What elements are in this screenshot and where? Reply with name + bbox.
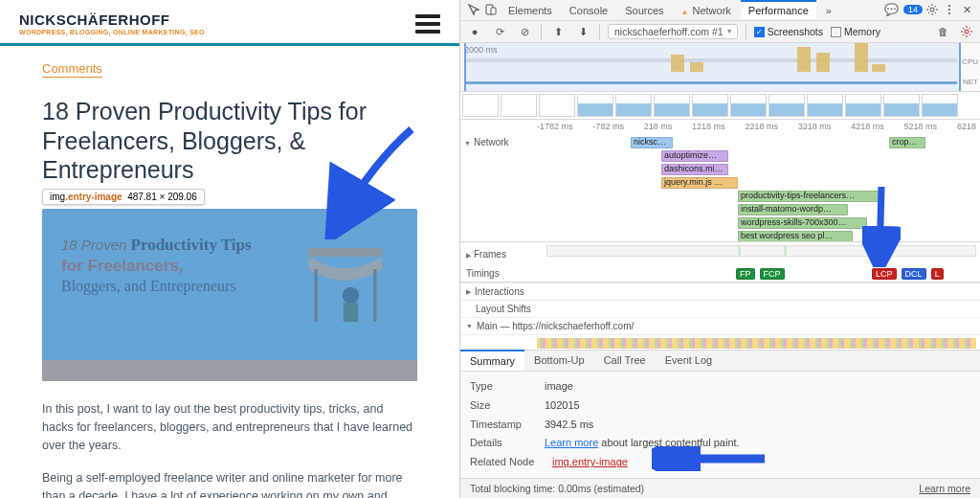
row-frames-label: ▶Frames [466,249,506,260]
net-bar[interactable]: jquery.min.js … [661,177,738,189]
main-thread-bar [460,334,980,350]
status-bar: Total blocking time: 0.00ms (estimated) … [460,478,980,498]
net-bar[interactable]: best wordpress seo pl… [738,231,853,242]
net-bar[interactable]: install-matomo-wordp… [738,204,848,215]
tab-bottom-up[interactable]: Bottom-Up [524,351,594,371]
capture-settings-icon[interactable] [959,24,974,39]
brand: NICKSCHÄFERHOFF WORDPRESS, BLOGGING, ONL… [19,11,205,35]
svg-point-3 [343,286,360,304]
device-toggle-icon[interactable] [483,2,499,17]
timing-fcp[interactable]: FCP [760,268,785,280]
hero-illustration-icon [293,238,398,343]
overview-cpu-label: CPU [962,57,978,66]
paragraph-1: In this post, I want to lay out the best… [42,400,417,456]
hamburger-icon[interactable] [415,14,440,34]
row-network-label: ▼Network [464,137,509,147]
issues-indicator[interactable]: 💬14 [884,3,923,16]
tab-more[interactable]: » [818,0,839,19]
svg-rect-0 [309,248,383,257]
tab-performance[interactable]: Performance [741,0,816,19]
settings-icon[interactable] [924,2,940,17]
tbt-text: Total blocking time: 0.00ms (estimated) [470,483,644,494]
svg-point-9 [948,9,950,11]
tab-console[interactable]: Console [562,0,615,19]
row-interactions[interactable]: ▶Interactions [460,283,980,300]
tab-event-log[interactable]: Event Log [656,351,723,371]
summary-body: Typeimage Size102015 Timestamp3942.5 ms … [460,372,980,478]
post-title: 18 Proven Productivity Tips for Freelanc… [42,97,417,185]
flame-chart[interactable]: -1782 ms -782 ms 218 ms 1218 ms 2218 ms … [460,120,980,242]
brand-tagline: WORDPRESS, BLOGGING, ONLINE MARKETING, S… [19,29,205,35]
paragraph-2: Being a self-employed freelance writer a… [42,469,417,498]
comments-link[interactable]: Comments [42,61,102,78]
row-timings-label: Timings [466,268,500,279]
load-profile-icon[interactable]: ⬆ [549,23,567,40]
gc-icon[interactable]: 🗑 [934,23,951,40]
record-icon[interactable]: ● [466,23,483,40]
filmstrip[interactable] [460,92,980,120]
net-bar[interactable]: productivity-tips-freelancers… [738,191,881,202]
net-bar[interactable]: crop… [889,137,925,148]
post-content: Comments 18 Proven Productivity Tips for… [0,46,459,498]
tab-elements[interactable]: Elements [501,0,560,19]
post-body: In this post, I want to lay out the best… [42,400,417,499]
element-tooltip: img.entry-image 487.81 × 209.06 [42,189,205,205]
clear-icon[interactable]: ⊘ [516,23,533,40]
tooltip-dimensions: 487.81 × 209.06 [127,192,197,202]
svg-point-11 [965,30,969,34]
timing-dcl[interactable]: DCL [902,268,926,280]
devtools-tab-strip: Elements Console Sources Network Perform… [460,0,980,21]
svg-point-7 [930,8,934,11]
brand-title: NICKSCHÄFERHOFF [19,11,205,28]
svg-point-8 [948,5,950,7]
hero-strip [42,360,417,381]
save-profile-icon[interactable]: ⬇ [574,23,591,40]
tab-summary[interactable]: Summary [460,350,524,371]
tab-sources[interactable]: Sources [617,0,671,19]
hero-line-2: for Freelancers, [61,257,398,276]
net-bar[interactable]: wordpress-skills-700x300… [738,217,867,229]
tooltip-tag: img [50,192,65,202]
misc-rows: ▶Interactions Layout Shifts ▼Main — http… [460,283,980,351]
site-header: NICKSCHÄFERHOFF WORDPRESS, BLOGGING, ONL… [0,0,459,39]
summary-timestamp: 3942.5 ms [545,419,593,430]
svg-point-10 [948,12,950,14]
timing-fp[interactable]: FP [736,268,755,280]
row-layout-shifts[interactable]: Layout Shifts [460,300,980,317]
entry-image: 18 Proven Productivity Tips for Freelanc… [42,209,417,381]
website-preview: NICKSCHÄFERHOFF WORDPRESS, BLOGGING, ONL… [0,0,459,498]
svg-rect-4 [344,303,358,322]
related-node-link[interactable]: img.entry-image [552,456,628,467]
page-selector[interactable]: nickschaeferhoff.com #1 [608,24,738,39]
tooltip-class: .entry-image [65,192,122,202]
reload-record-icon[interactable]: ⟳ [491,23,508,40]
inspect-icon[interactable] [466,2,481,17]
overview-net-label: NET [963,78,978,86]
summary-size: 102015 [545,399,580,411]
hero-line-3: Bloggers, and Entrepreneurs [61,278,398,295]
overview-pane[interactable]: 2000 ms CPU NET [460,43,980,92]
devtools-panel: Elements Console Sources Network Perform… [459,0,980,498]
screenshots-checkbox[interactable]: ✓Screenshots [754,26,823,37]
hero-line-1: 18 Proven Productivity Tips [61,236,398,255]
summary-tabs: Summary Bottom-Up Call Tree Event Log [460,351,980,372]
row-main-thread[interactable]: ▼Main — https://nickschaeferhoff.com/ [460,317,980,334]
net-bar[interactable]: dashicons.mi… [661,164,728,175]
timing-l[interactable]: L [931,268,944,280]
learn-more-link[interactable]: Learn more [545,437,598,448]
net-bar[interactable]: nicksc… [631,137,673,148]
performance-toolbar: ● ⟳ ⊘ ⬆ ⬇ nickschaeferhoff.com #1 ✓Scree… [460,21,980,44]
timing-lcp[interactable]: LCP [872,268,897,280]
net-bar[interactable]: autoptimize… [661,150,728,162]
kebab-icon[interactable] [942,2,957,17]
film-frame [462,94,499,117]
memory-checkbox[interactable]: Memory [831,26,880,37]
svg-rect-6 [491,8,496,14]
summary-type: image [545,380,573,392]
footer-learn-more-link[interactable]: Learn more [919,483,970,494]
close-icon[interactable]: ✕ [959,2,974,17]
tab-network[interactable]: Network [674,0,739,19]
tab-call-tree[interactable]: Call Tree [594,351,656,371]
